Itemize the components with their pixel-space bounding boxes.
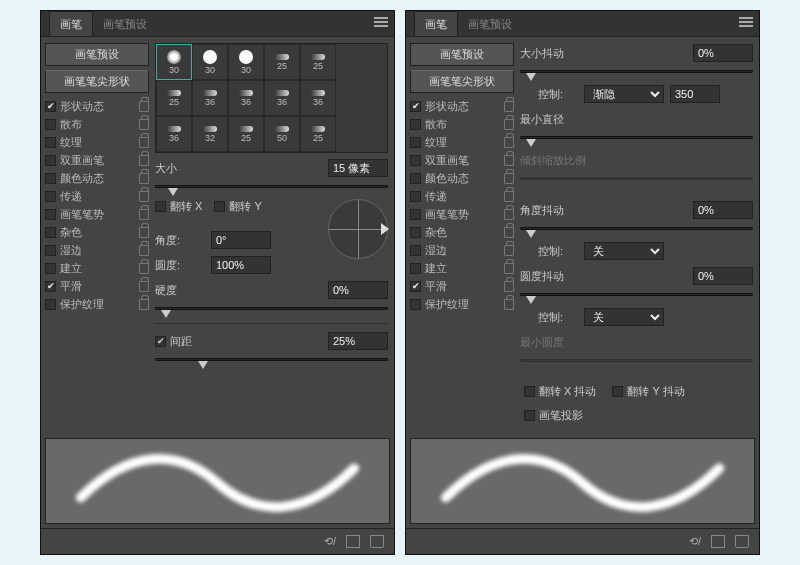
brush-cell[interactable]: 25 [156, 80, 192, 116]
checkbox-icon[interactable] [45, 263, 56, 274]
tab-brush-presets[interactable]: 画笔预设 [93, 12, 157, 36]
control-select[interactable]: 关 [584, 308, 664, 326]
lock-icon[interactable] [139, 191, 149, 202]
trash-icon[interactable] [370, 535, 384, 548]
checkbox-icon[interactable] [410, 281, 421, 292]
tab-brush[interactable]: 画笔 [414, 11, 458, 36]
lock-icon[interactable] [504, 155, 514, 166]
angle-dial[interactable] [328, 199, 388, 259]
checkbox-icon[interactable] [45, 209, 56, 220]
lock-icon[interactable] [504, 209, 514, 220]
flip-x-checkbox[interactable]: 翻转 X [155, 199, 202, 214]
checkbox-icon[interactable] [45, 155, 56, 166]
lock-icon[interactable] [139, 155, 149, 166]
sidebar-option[interactable]: 纹理 [45, 133, 149, 151]
brush-cell[interactable]: 25 [300, 44, 336, 80]
lock-icon[interactable] [139, 137, 149, 148]
new-icon[interactable] [346, 535, 360, 548]
brush-cell[interactable]: 36 [156, 116, 192, 152]
lock-icon[interactable] [139, 245, 149, 256]
spacing-slider[interactable] [155, 358, 388, 361]
brush-tip-shape-button[interactable]: 画笔笔尖形状 [45, 70, 149, 93]
lock-icon[interactable] [504, 227, 514, 238]
sidebar-option[interactable]: 画笔笔势 [45, 205, 149, 223]
checkbox-icon[interactable] [45, 245, 56, 256]
brush-cell[interactable]: 25 [300, 116, 336, 152]
lock-icon[interactable] [139, 281, 149, 292]
lock-icon[interactable] [504, 299, 514, 310]
spacing-checkbox[interactable]: 间距 [155, 334, 192, 349]
lock-icon[interactable] [504, 101, 514, 112]
tab-brush[interactable]: 画笔 [49, 11, 93, 36]
size-jitter-input[interactable] [693, 44, 753, 62]
size-slider[interactable] [155, 185, 388, 188]
checkbox-icon[interactable] [410, 119, 421, 130]
brush-cell[interactable]: 25 [228, 116, 264, 152]
brush-projection-checkbox[interactable]: 画笔投影 [524, 408, 753, 423]
sidebar-option[interactable]: 双重画笔 [410, 151, 514, 169]
lock-icon[interactable] [139, 101, 149, 112]
brush-presets-button[interactable]: 画笔预设 [410, 43, 514, 66]
lock-icon[interactable] [504, 191, 514, 202]
brush-cell[interactable]: 36 [264, 80, 300, 116]
sidebar-option[interactable]: 颜色动态 [45, 169, 149, 187]
hardness-slider[interactable] [155, 307, 388, 310]
lock-icon[interactable] [504, 281, 514, 292]
lock-icon[interactable] [139, 209, 149, 220]
sidebar-option[interactable]: 平滑 [45, 277, 149, 295]
trash-icon[interactable] [735, 535, 749, 548]
checkbox-icon[interactable] [410, 101, 421, 112]
sidebar-option[interactable]: 形状动态 [45, 97, 149, 115]
checkbox-icon[interactable] [410, 299, 421, 310]
lock-icon[interactable] [139, 263, 149, 274]
brush-tip-shape-button[interactable]: 画笔笔尖形状 [410, 70, 514, 93]
brush-cell[interactable]: 50 [264, 116, 300, 152]
toggle-icon[interactable]: ⟲/ [689, 535, 701, 548]
brush-cell[interactable]: 25 [264, 44, 300, 80]
control-select[interactable]: 渐隐 [584, 85, 664, 103]
checkbox-icon[interactable] [410, 245, 421, 256]
checkbox-icon[interactable] [45, 281, 56, 292]
control-select[interactable]: 关 [584, 242, 664, 260]
checkbox-icon[interactable] [410, 137, 421, 148]
lock-icon[interactable] [139, 173, 149, 184]
sidebar-option[interactable]: 平滑 [410, 277, 514, 295]
round-jitter-slider[interactable] [520, 293, 753, 296]
min-diameter-slider[interactable] [520, 136, 753, 139]
sidebar-option[interactable]: 传递 [410, 187, 514, 205]
checkbox-icon[interactable] [410, 191, 421, 202]
angle-jitter-input[interactable] [693, 201, 753, 219]
checkbox-icon[interactable] [45, 191, 56, 202]
sidebar-option[interactable]: 保护纹理 [45, 295, 149, 313]
checkbox-icon[interactable] [410, 209, 421, 220]
checkbox-icon[interactable] [45, 119, 56, 130]
checkbox-icon[interactable] [410, 173, 421, 184]
brush-grid[interactable]: 303030252525363636363632255025 [155, 43, 388, 153]
brush-cell[interactable]: 30 [192, 44, 228, 80]
spacing-input[interactable] [328, 332, 388, 350]
lock-icon[interactable] [504, 173, 514, 184]
checkbox-icon[interactable] [45, 299, 56, 310]
sidebar-option[interactable]: 散布 [410, 115, 514, 133]
hardness-input[interactable] [328, 281, 388, 299]
sidebar-option[interactable]: 双重画笔 [45, 151, 149, 169]
checkbox-icon[interactable] [45, 173, 56, 184]
lock-icon[interactable] [139, 299, 149, 310]
sidebar-option[interactable]: 湿边 [45, 241, 149, 259]
brush-cell[interactable]: 30 [228, 44, 264, 80]
tab-brush-presets[interactable]: 画笔预设 [458, 12, 522, 36]
brush-cell[interactable]: 32 [192, 116, 228, 152]
flip-x-jitter-checkbox[interactable]: 翻转 X 抖动 [524, 384, 596, 399]
brush-cell[interactable]: 36 [228, 80, 264, 116]
checkbox-icon[interactable] [410, 263, 421, 274]
sidebar-option[interactable]: 形状动态 [410, 97, 514, 115]
brush-cell[interactable]: 36 [300, 80, 336, 116]
flip-y-jitter-checkbox[interactable]: 翻转 Y 抖动 [612, 384, 684, 399]
brush-cell[interactable]: 30 [156, 44, 192, 80]
toggle-icon[interactable]: ⟲/ [324, 535, 336, 548]
sidebar-option[interactable]: 杂色 [410, 223, 514, 241]
checkbox-icon[interactable] [410, 227, 421, 238]
brush-presets-button[interactable]: 画笔预设 [45, 43, 149, 66]
lock-icon[interactable] [504, 137, 514, 148]
new-icon[interactable] [711, 535, 725, 548]
